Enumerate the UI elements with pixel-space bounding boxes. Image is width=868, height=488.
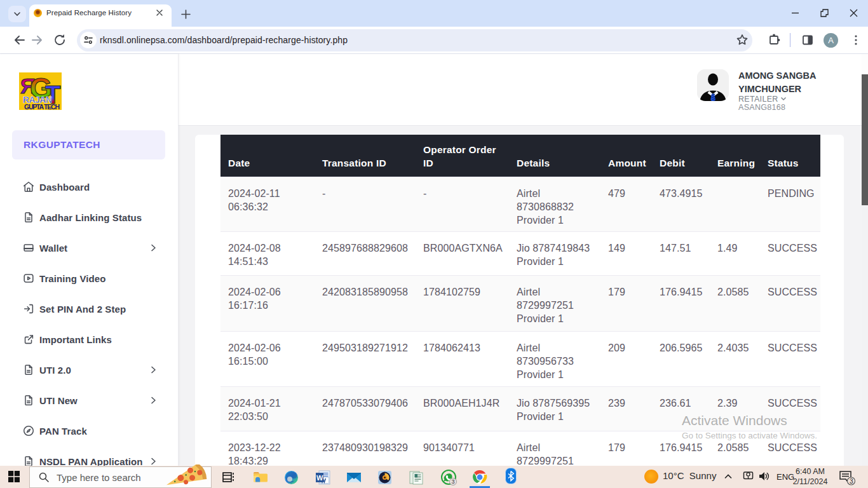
svg-text:W: W <box>316 474 323 482</box>
svg-text:3: 3 <box>850 478 853 485</box>
svg-text:3: 3 <box>451 478 454 485</box>
svg-text:GUPTA TECH: GUPTA TECH <box>24 103 60 111</box>
